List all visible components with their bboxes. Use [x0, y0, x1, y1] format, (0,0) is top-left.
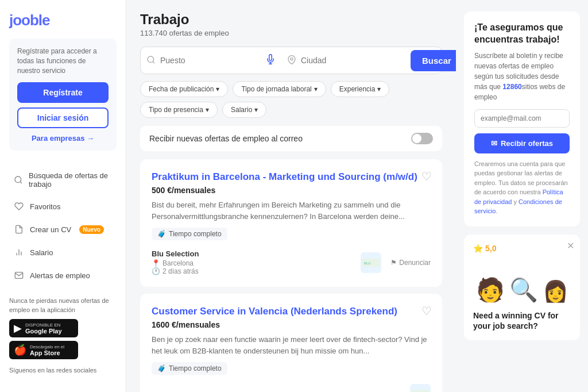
for-companies-link[interactable]: Para empresas →	[17, 134, 109, 143]
filter-jornada[interactable]: Tipo de jornada laboral ▾	[233, 81, 326, 97]
social-label: Síguenos en las redes sociales	[9, 366, 117, 375]
location-icon	[287, 55, 296, 66]
filter-presencia[interactable]: Tipo de presencia ▾	[140, 102, 218, 118]
page-title: Trabajo	[140, 11, 442, 28]
cv-card: ✕ ⭐ 5,0 🧑 🔍 👩 Need a winning CV for your…	[464, 235, 580, 340]
sidebar-item-label: Crear un CV	[30, 225, 71, 234]
receive-offers-button[interactable]: ✉ Recibir ofertas	[474, 133, 570, 153]
sidebar-item-cv[interactable]: Crear un CV Nuevo	[9, 218, 117, 240]
job-salary: 1600 €/mensuales	[152, 320, 431, 329]
job-card: ♡ Praktikum in Barcelona - Marketing und…	[140, 159, 442, 287]
clock-icon: 🕐	[152, 267, 160, 275]
chevron-down-icon: ▾	[206, 106, 209, 114]
job-meta: Blu Selection BLU	[152, 384, 431, 392]
sidebar-item-favorites[interactable]: Favoritos	[9, 195, 117, 217]
job-tag: 🧳 Tiempo completo	[152, 228, 227, 240]
chevron-down-icon: ▾	[254, 106, 258, 114]
email-input[interactable]	[474, 109, 570, 128]
job-meta: Blu Selection 📍 Barcelona 🕐 2 días atrás	[152, 249, 431, 275]
right-panel: ¡Te aseguramos que encuentras trabajo! S…	[456, 0, 588, 392]
cv-illustration: 🧑 🔍 👩	[473, 258, 571, 303]
sidebar-item-label: Alertas de empleo	[30, 271, 90, 280]
chart-icon	[14, 247, 24, 258]
sidebar-item-label: Salario	[30, 248, 53, 257]
register-text: Regístrate para acceder a todas las func…	[17, 47, 109, 75]
favorite-button[interactable]: ♡	[421, 170, 432, 183]
company-logo: BLU	[410, 384, 431, 392]
logo: jooble	[9, 11, 117, 29]
search-icon	[146, 55, 156, 66]
login-button[interactable]: Iniciar sesión	[17, 107, 109, 128]
report-button[interactable]: ⚑ Denunciar	[390, 259, 431, 267]
mail-icon	[14, 270, 24, 280]
svg-point-0	[15, 176, 21, 183]
email-toggle-label: Recibir nuevas ofertas de empleo al corr…	[149, 134, 303, 143]
filter-fecha[interactable]: Fecha de publicación ▾	[140, 81, 228, 97]
app-store-button[interactable]: 🍎 Descárgalo en el App Store	[9, 341, 78, 359]
job-card: ♡ Customer Service in Valencia (Nederlan…	[140, 294, 442, 392]
briefcase-icon: 🧳	[157, 230, 166, 238]
filters-bar: Fecha de publicación ▾ Tipo de jornada l…	[140, 81, 442, 118]
magnifier-emoji: 🔍	[509, 276, 538, 303]
app-store-label: App Store	[30, 349, 64, 356]
location-pin-icon: 📍	[152, 259, 160, 267]
search-bar: Buscar	[140, 47, 442, 74]
star-icon: ⭐	[473, 244, 483, 253]
chevron-down-icon: ▾	[377, 85, 381, 93]
email-toggle[interactable]	[411, 133, 433, 144]
sidebar-item-salary[interactable]: Salario	[9, 241, 117, 263]
job-description: Ben je op zoek naar een functie waarin j…	[152, 334, 431, 356]
sidebar-item-search[interactable]: Búsqueda de ofertas de trabajo	[9, 166, 117, 194]
job-description: Bist du bereit, mehr Erfahrungen im Bere…	[152, 199, 431, 222]
cv-rating: ⭐ 5,0	[473, 244, 571, 253]
job-title[interactable]: Praktikum in Barcelona - Marketing und S…	[152, 171, 431, 183]
app-promo: Nunca te pierdas nuevas ofertas de emple…	[9, 297, 117, 379]
promo-title: ¡Te aseguramos que encuentras trabajo!	[474, 22, 570, 46]
flag-icon: ⚑	[390, 259, 397, 267]
jobs-list: ♡ Praktikum in Barcelona - Marketing und…	[140, 159, 442, 392]
promo-desc: Suscríbete al boletín y recibe nuevas of…	[474, 51, 570, 102]
new-badge: Nuevo	[79, 225, 104, 234]
app-promo-text: Nunca te pierdas nuevas ofertas de emple…	[9, 297, 117, 314]
mic-icon[interactable]	[265, 54, 276, 67]
favorite-button[interactable]: ♡	[421, 304, 432, 318]
filter-experiencia[interactable]: Experiencia ▾	[331, 81, 390, 97]
puesto-input[interactable]	[156, 56, 265, 65]
job-date: 🕐 2 días atrás	[152, 267, 199, 275]
google-play-label-small: DISPONIBLE EN	[25, 322, 62, 328]
app-store-label-small: Descárgalo en el	[30, 344, 64, 349]
cv-close-button[interactable]: ✕	[567, 240, 574, 251]
chevron-down-icon: ▾	[314, 85, 318, 93]
search-button[interactable]: Buscar	[411, 50, 456, 71]
job-company: Blu Selection	[152, 249, 199, 258]
mail-icon: ✉	[491, 139, 497, 148]
ciudad-input[interactable]	[296, 56, 406, 65]
document-icon	[14, 224, 24, 235]
promo-card: ¡Te aseguramos que encuentras trabajo! S…	[464, 11, 580, 226]
google-play-button[interactable]: ▶ DISPONIBLE EN Google Play	[9, 319, 78, 337]
search-icon	[14, 175, 23, 185]
job-location: 📍 Barcelona	[152, 259, 199, 267]
heart-icon	[14, 201, 24, 212]
promo-highlight: 12860	[502, 83, 521, 91]
svg-text:BLU: BLU	[364, 262, 371, 265]
apple-icon: 🍎	[14, 344, 26, 356]
main-content: Trabajo 113.740 ofertas de empleo Buscar…	[126, 0, 456, 392]
sidebar-nav: Búsqueda de ofertas de trabajo Favoritos…	[9, 166, 117, 286]
email-toggle-bar: Recibir nuevas ofertas de empleo al corr…	[140, 126, 442, 151]
svg-point-4	[148, 56, 154, 63]
toggle-knob	[412, 134, 421, 143]
register-box: Regístrate para acceder a todas las func…	[9, 39, 117, 151]
sidebar-item-label: Favoritos	[30, 202, 60, 211]
chevron-down-icon: ▾	[216, 85, 219, 93]
promo-footer: Crearemos una cuenta para que puedas ges…	[474, 159, 570, 216]
cv-title: Need a winning CV for your job search?	[473, 310, 571, 331]
person-emoji: 🧑	[476, 276, 505, 303]
job-salary: 500 €/mensuales	[152, 186, 431, 195]
filter-salario[interactable]: Salario ▾	[222, 102, 266, 118]
register-button[interactable]: Regístrate	[17, 82, 109, 103]
google-play-icon: ▶	[14, 322, 22, 335]
job-title[interactable]: Customer Service in Valencia (Nederlands…	[152, 305, 431, 318]
sidebar-item-alerts[interactable]: Alertas de empleo	[9, 264, 117, 286]
svg-point-7	[291, 57, 293, 60]
